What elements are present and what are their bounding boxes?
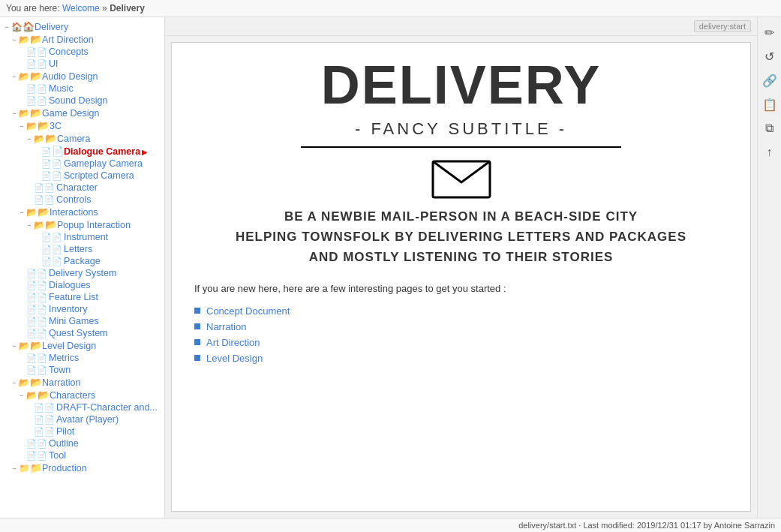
sidebar-item-dialogues[interactable]: 📄Dialogues	[0, 279, 164, 291]
sidebar-item-label[interactable]: Tool	[49, 450, 66, 461]
quick-link[interactable]: Art Direction	[206, 337, 260, 348]
sidebar-item-label[interactable]: Interactions	[50, 207, 98, 218]
sidebar-item-label[interactable]: Town	[49, 365, 71, 375]
sidebar-item-label[interactable]: Camera	[57, 134, 90, 144]
sidebar-item-quest-system[interactable]: 📄Quest System	[0, 327, 164, 339]
sidebar-item-label[interactable]: Level Design	[42, 341, 96, 351]
sidebar-item-gameplay-camera[interactable]: 📄Gameplay Camera	[0, 158, 164, 170]
sidebar-item-game-design[interactable]: 📂Game Design	[0, 107, 164, 119]
sidebar-item-town[interactable]: 📄Town	[0, 364, 164, 376]
intro-text: If you are new here, here are a few inte…	[194, 283, 728, 294]
envelope-icon	[431, 154, 491, 199]
sidebar-item-delivery[interactable]: 🏠Delivery	[0, 20, 164, 33]
sidebar-item-label[interactable]: Character	[56, 182, 98, 193]
sidebar-item-level-design[interactable]: 📂Level Design	[0, 339, 164, 352]
sidebar-item-label[interactable]: Narration	[42, 377, 80, 388]
list-item: Art Direction	[194, 335, 728, 350]
quick-link[interactable]: Concept Document	[206, 305, 290, 317]
sidebar-item-dialogue-camera[interactable]: 📄Dialogue Camera	[0, 145, 164, 158]
sidebar-item-feature-list[interactable]: 📄Feature List	[0, 291, 164, 303]
sidebar-item-sound-design[interactable]: 📄Sound Design	[0, 95, 164, 107]
sidebar-item-label[interactable]: Game Design	[42, 108, 99, 119]
sidebar-item-art-direction[interactable]: 📂Art Direction	[0, 33, 164, 46]
page-icon: 📄	[26, 96, 47, 106]
sidebar-item-label[interactable]: Feature List	[49, 292, 98, 302]
sidebar-item-label[interactable]: Quest System	[49, 328, 108, 338]
sidebar-item-label[interactable]: Delivery System	[49, 268, 116, 278]
sidebar-item-ui[interactable]: 📄UI	[0, 58, 164, 70]
sidebar-item-label[interactable]: Controls	[56, 194, 92, 205]
sidebar-item-pilot[interactable]: 📄Pilot	[0, 425, 164, 437]
sidebar-item-label[interactable]: Delivery	[35, 22, 68, 32]
sidebar-item-music[interactable]: 📄Music	[0, 83, 164, 95]
sidebar-item-label[interactable]: Audio Design	[42, 71, 98, 82]
sidebar-item-instrument[interactable]: 📄Instrument	[0, 231, 164, 243]
sidebar-item-production[interactable]: 📁Production	[0, 461, 164, 474]
sidebar-item-label[interactable]: Instrument	[64, 232, 108, 242]
sidebar-item-label[interactable]: Music	[49, 83, 74, 94]
link-button[interactable]: 🔗	[761, 71, 779, 89]
edit-button[interactable]: ✏	[761, 23, 779, 41]
sidebar-item-label: Dialogue Camera	[64, 146, 147, 157]
sidebar-item-avatar-player[interactable]: 📄Avatar (Player)	[0, 413, 164, 425]
quick-link[interactable]: Level Design	[206, 353, 263, 364]
sidebar-item-popup-interaction[interactable]: 📂Popup Interaction	[0, 218, 164, 231]
sidebar-item-package[interactable]: 📄Package	[0, 255, 164, 267]
copy-button[interactable]: ⧉	[761, 119, 779, 137]
sidebar-item-label[interactable]: Gameplay Camera	[64, 158, 143, 169]
sidebar-item-interactions[interactable]: 📂Interactions	[0, 206, 164, 218]
sidebar-item-label[interactable]: Package	[64, 256, 101, 266]
page-icon: 📄	[26, 269, 47, 278]
sidebar-item-label[interactable]: Outline	[49, 438, 79, 449]
page-current-icon: 📄	[41, 146, 64, 157]
sidebar-item-character[interactable]: 📄Character	[0, 182, 164, 194]
sidebar-item-narration[interactable]: 📂Narration	[0, 376, 164, 389]
caret-icon	[3, 23, 11, 31]
sidebar-item-label[interactable]: Scripted Camera	[64, 170, 134, 181]
sidebar-item-label[interactable]: Art Direction	[42, 35, 94, 45]
breadcrumb-current: Delivery	[110, 3, 145, 14]
sidebar-item-mini-games[interactable]: 📄Mini Games	[0, 315, 164, 327]
sidebar-item-label[interactable]: Concepts	[49, 47, 89, 57]
sidebar-item-camera[interactable]: 📂Camera	[0, 132, 164, 145]
sidebar-item-label[interactable]: Metrics	[49, 353, 79, 363]
breadcrumb-home[interactable]: Welcome	[62, 3, 100, 14]
sidebar-item-label[interactable]: Dialogues	[49, 280, 91, 290]
sidebar-item-label[interactable]: Letters	[64, 244, 92, 254]
sidebar-item-tool[interactable]: 📄Tool	[0, 449, 164, 461]
page-icon: 📄	[26, 451, 47, 461]
sidebar-item-draft-character[interactable]: 📄DRAFT-Character and...	[0, 401, 164, 413]
sidebar-item-metrics[interactable]: 📄Metrics	[0, 352, 164, 364]
sidebar-item-3c[interactable]: 📂3C	[0, 119, 164, 132]
pdf-button[interactable]: 📋	[761, 95, 779, 113]
history-button[interactable]: ↺	[761, 47, 779, 65]
sidebar-item-label[interactable]: Popup Interaction	[57, 220, 131, 230]
sidebar-item-label[interactable]: Mini Games	[49, 316, 99, 326]
sidebar-item-label[interactable]: Avatar (Player)	[56, 414, 119, 425]
sidebar-item-delivery-system[interactable]: 📄Delivery System	[0, 267, 164, 279]
sidebar-item-label[interactable]: Pilot	[56, 426, 74, 437]
sidebar-item-label[interactable]: Production	[42, 463, 87, 473]
sidebar-item-concepts[interactable]: 📄Concepts	[0, 46, 164, 58]
sidebar-item-inventory[interactable]: 📄Inventory	[0, 303, 164, 315]
caret-icon	[18, 209, 26, 216]
sidebar-item-outline[interactable]: 📄Outline	[0, 437, 164, 449]
up-button[interactable]: ↑	[761, 143, 779, 161]
sidebar-item-label[interactable]: 3C	[50, 121, 62, 131]
folder-open-icon: 📂	[19, 340, 42, 351]
page-icon: 📄	[26, 59, 47, 69]
sidebar-item-characters[interactable]: 📂Characters	[0, 389, 164, 401]
sidebar-item-label[interactable]: Sound Design	[49, 95, 108, 106]
quick-link[interactable]: Narration	[206, 321, 246, 332]
sidebar-item-controls[interactable]: 📄Controls	[0, 194, 164, 206]
sidebar-item-label[interactable]: UI	[49, 59, 59, 69]
sidebar-item-label[interactable]: Inventory	[49, 304, 87, 314]
page-icon: 📄	[34, 427, 55, 437]
sidebar-item-label[interactable]: Characters	[50, 390, 95, 401]
sidebar-item-label[interactable]: DRAFT-Character and...	[56, 402, 158, 413]
sidebar-item-letters[interactable]: 📄Letters	[0, 243, 164, 255]
sidebar-item-audio-design[interactable]: 📂Audio Design	[0, 70, 164, 83]
sidebar-item-scripted-camera[interactable]: 📄Scripted Camera	[0, 170, 164, 182]
caret-icon	[18, 122, 26, 130]
caret-icon	[11, 342, 18, 350]
